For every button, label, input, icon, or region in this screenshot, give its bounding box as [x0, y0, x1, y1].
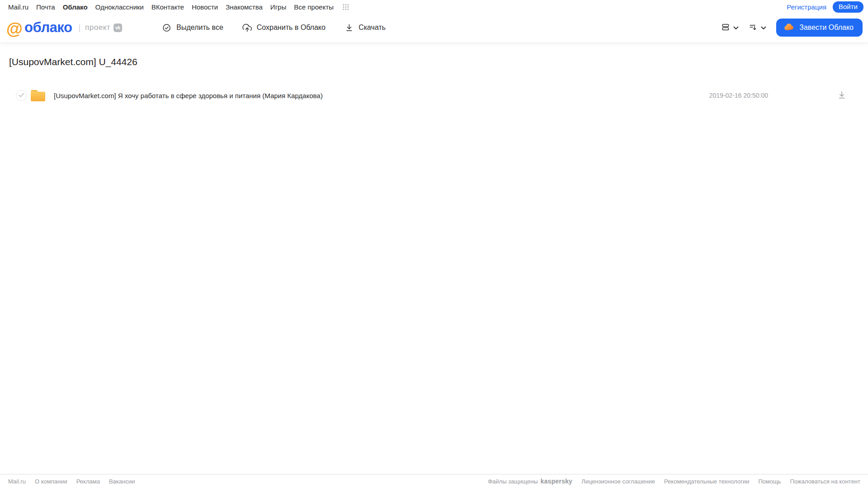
mailru-at-icon: @ — [6, 20, 22, 37]
upload-cloud-icon — [242, 23, 252, 33]
topnav-link-igry[interactable]: Игры — [270, 3, 286, 11]
cloud-icon — [783, 22, 794, 33]
footer-link-recommendations[interactable]: Рекомендательные технологии — [664, 478, 749, 485]
footer-link-ads[interactable]: Реклама — [76, 478, 100, 485]
sort-icon — [749, 23, 758, 33]
footer-link-about[interactable]: О компании — [35, 478, 67, 485]
view-toggle-button[interactable] — [721, 23, 739, 33]
file-download-button[interactable] — [837, 90, 846, 101]
download-icon — [837, 90, 846, 101]
cloud-logo[interactable]: @ облако | проект vk — [6, 19, 122, 36]
kaspersky-logo[interactable]: kaspersky — [541, 478, 572, 485]
check-icon — [19, 92, 24, 99]
footer-link-report[interactable]: Пожаловаться на контент — [790, 478, 860, 485]
get-cloud-label: Завести Облако — [799, 24, 854, 32]
main-content: [UsupovMarket.com] U_44426 [Usu — [0, 57, 868, 104]
footer: Mail.ru О компании Реклама Вакансии Файл… — [0, 474, 868, 488]
select-all-label: Выделить все — [176, 24, 223, 32]
folder-icon — [30, 88, 46, 103]
list-view-icon — [721, 23, 730, 33]
top-nav-links: Mail.ru Почта Облако Одноклассники ВКонт… — [8, 3, 349, 11]
topnav-link-pochta[interactable]: Почта — [36, 3, 55, 11]
file-date: 2019-02-16 20:50:00 — [709, 92, 768, 99]
login-button[interactable]: Войти — [833, 1, 863, 13]
header-right-controls: Завести Облако — [721, 19, 863, 37]
download-label: Скачать — [359, 24, 386, 32]
topnav-link-novosti[interactable]: Новости — [192, 3, 218, 11]
topnav-link-vkontakte[interactable]: ВКонтакте — [152, 3, 184, 11]
footer-link-help[interactable]: Помощь — [758, 478, 781, 485]
vk-badge-icon: vk — [114, 24, 122, 32]
footer-link-jobs[interactable]: Вакансии — [109, 478, 135, 485]
topnav-link-vse-proekty[interactable]: Все проекты — [294, 3, 334, 11]
save-to-cloud-button[interactable]: Сохранить в Облако — [242, 23, 326, 33]
download-icon — [345, 23, 354, 32]
topnav-link-odnoklassniki[interactable]: Одноклассники — [95, 3, 144, 11]
footer-right-links: Файлы защищены kaspersky Лицензионное со… — [488, 478, 860, 485]
topnav-link-mailru[interactable]: Mail.ru — [8, 3, 28, 11]
topnav-link-oblako[interactable]: Облако — [63, 3, 88, 11]
register-link[interactable]: Регистрация — [787, 3, 826, 11]
footer-link-license[interactable]: Лицензионное соглашение — [581, 478, 655, 485]
protected-by-label: Файлы защищены — [488, 478, 538, 485]
logo-divider: | — [78, 23, 81, 33]
file-name[interactable]: [UsupovMarket.com] Я хочу работать в сфе… — [54, 92, 323, 99]
kaspersky-note: Файлы защищены kaspersky — [488, 478, 573, 485]
cloud-logo-text: облако — [24, 19, 72, 36]
toolbar: Выделить все Сохранить в Облако Скачат — [162, 23, 386, 33]
select-all-button[interactable]: Выделить все — [162, 23, 223, 33]
page-title: [UsupovMarket.com] U_44426 — [9, 57, 859, 67]
top-nav-right: Регистрация Войти — [787, 1, 863, 13]
apps-grid-icon[interactable] — [342, 4, 349, 10]
chevron-down-icon — [733, 24, 739, 31]
row-checkbox[interactable] — [16, 90, 27, 101]
project-label: проект — [85, 23, 110, 32]
chevron-down-icon — [761, 24, 766, 31]
check-circle-icon — [162, 23, 171, 33]
file-row[interactable]: [UsupovMarket.com] Я хочу работать в сфе… — [9, 86, 859, 104]
sort-button[interactable] — [749, 23, 766, 33]
save-to-cloud-label: Сохранить в Облако — [257, 24, 326, 32]
download-button[interactable]: Скачать — [345, 23, 386, 32]
footer-left-links: Mail.ru О компании Реклама Вакансии — [8, 478, 135, 485]
top-nav: Mail.ru Почта Облако Одноклассники ВКонт… — [0, 0, 868, 13]
footer-link-mailru[interactable]: Mail.ru — [8, 478, 26, 485]
get-cloud-button[interactable]: Завести Облако — [776, 19, 863, 37]
header: @ облако | проект vk Выделить все — [0, 13, 868, 43]
topnav-link-znakomstva[interactable]: Знакомства — [226, 3, 263, 11]
